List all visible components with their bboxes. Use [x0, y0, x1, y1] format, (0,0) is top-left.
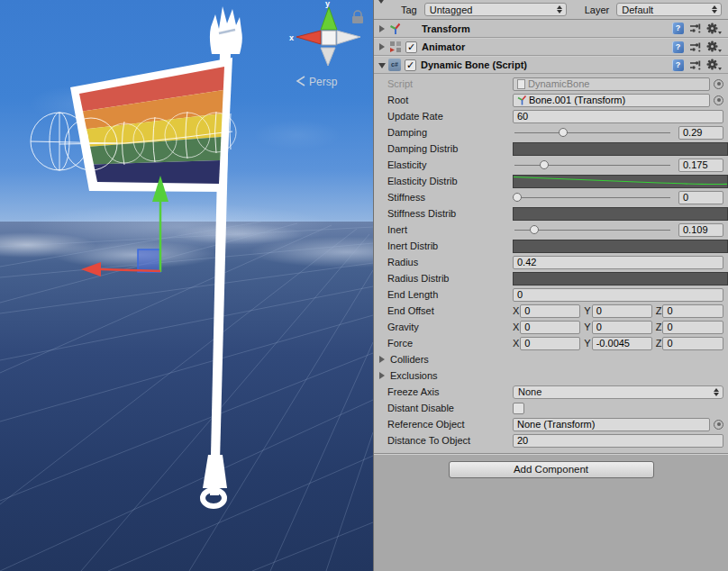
freeze-axis-dropdown[interactable]: None: [513, 385, 723, 399]
orientation-gizmo: y x Persp: [289, 0, 363, 88]
reference-object-field[interactable]: None (Transform): [513, 418, 710, 431]
z-axis-label: Z: [656, 322, 662, 332]
force-z-input[interactable]: 0: [662, 337, 723, 350]
animator-icon: [389, 41, 402, 53]
foldout-arrow-icon[interactable]: [379, 25, 385, 32]
component-title: Animator: [422, 41, 465, 52]
layer-value: Default: [622, 5, 653, 15]
inspector-footer-area: Add Component: [374, 454, 728, 571]
field-label: Force: [387, 338, 513, 349]
help-icon[interactable]: ?: [672, 59, 684, 71]
root-object-value: Bone.001 (Transform): [529, 95, 625, 105]
orientation-y-cone[interactable]: [321, 7, 337, 30]
inert-slider[interactable]: [513, 223, 672, 236]
transform-component-header[interactable]: Transform ?: [374, 20, 728, 38]
lock-icon[interactable]: [354, 11, 361, 16]
radius-distrib-curve-field[interactable]: [513, 272, 728, 286]
damping-distrib-curve-field[interactable]: [513, 142, 728, 156]
object-picker-icon[interactable]: [714, 95, 723, 105]
cropped-foldout-icon: [377, 0, 386, 4]
elasticity-distrib-curve-field[interactable]: [513, 175, 728, 188]
field-row-force: Force X 0 Y -0.0045 Z 0: [374, 335, 728, 351]
root-object-field[interactable]: Bone.001 (Transform): [513, 94, 710, 107]
scene-view[interactable]: y x Persp: [0, 0, 373, 571]
unity-editor-window: y x Persp Tag Untagged Layer Default: [0, 0, 728, 571]
freeze-axis-value: None: [518, 386, 541, 397]
component-title: Transform: [422, 23, 470, 34]
field-label: Root: [387, 95, 513, 105]
inspector-panel: Tag Untagged Layer Default Transform: [373, 0, 728, 571]
force-x-input[interactable]: 0: [520, 337, 580, 350]
layer-label: Layer: [585, 5, 610, 15]
persp-label[interactable]: Persp: [309, 76, 338, 88]
update-rate-input[interactable]: 60: [513, 110, 723, 123]
exclusions-foldout[interactable]: Exclusions: [374, 367, 728, 384]
y-axis-label: Y: [584, 322, 590, 332]
colliders-foldout[interactable]: Colliders: [374, 351, 728, 367]
persp-arrow-icon[interactable]: [297, 77, 305, 86]
layer-dropdown[interactable]: Default: [616, 3, 722, 16]
distance-to-object-input[interactable]: 20: [513, 434, 723, 448]
preset-icon[interactable]: [689, 59, 701, 71]
field-label: Damping Distrib: [387, 143, 513, 154]
gear-icon[interactable]: [706, 23, 721, 35]
field-label: Distance To Object: [387, 435, 513, 446]
move-gizmo-x-arrowhead[interactable]: [81, 262, 101, 276]
stiffness-distrib-curve-field[interactable]: [513, 207, 728, 221]
field-row-end-offset: End Offset X 0 Y 0 Z 0: [374, 303, 728, 319]
elasticity-value-input[interactable]: 0.175: [678, 159, 723, 172]
tag-value: Untagged: [430, 5, 473, 15]
stiffness-slider[interactable]: [513, 191, 672, 204]
animator-component-header[interactable]: Animator ?: [374, 38, 728, 56]
foldout-arrow-icon[interactable]: [378, 63, 386, 68]
dynamic-bone-enabled-checkbox[interactable]: [405, 59, 416, 71]
help-icon[interactable]: ?: [672, 23, 684, 34]
exclusions-label: Exclusions: [390, 370, 438, 381]
orientation-x-cone[interactable]: [296, 31, 321, 44]
gear-icon[interactable]: [706, 59, 721, 71]
field-row-inert-distrib: Inert Distrib: [374, 238, 728, 254]
preset-icon[interactable]: [689, 41, 701, 53]
scene-grid: [0, 222, 373, 571]
help-icon[interactable]: ?: [672, 41, 684, 53]
gear-icon[interactable]: [706, 41, 721, 53]
orientation-center-cube[interactable]: [322, 31, 336, 45]
field-label: Inert Distrib: [387, 240, 513, 251]
end-offset-x-input[interactable]: 0: [520, 304, 580, 318]
object-picker-icon[interactable]: [714, 420, 723, 430]
field-label: Elasticity Distrib: [387, 176, 513, 186]
lock-icon-body[interactable]: [352, 16, 363, 23]
dynamic-bone-component-header[interactable]: c# Dynamic Bone (Script) ?: [374, 56, 728, 74]
gravity-z-input[interactable]: 0: [662, 321, 723, 334]
tag-dropdown[interactable]: Untagged: [424, 3, 567, 16]
object-picker-icon[interactable]: [714, 79, 723, 89]
field-row-elasticity: Elasticity 0.175: [374, 157, 728, 173]
move-gizmo-xy-plane-handle[interactable]: [138, 249, 160, 272]
damping-slider[interactable]: [513, 126, 672, 139]
elasticity-slider[interactable]: [513, 159, 672, 171]
preset-icon[interactable]: [689, 23, 701, 34]
field-row-radius: Radius 0.42: [374, 254, 728, 270]
orientation-neg-x-cone[interactable]: [337, 31, 360, 44]
script-object-field[interactable]: DynamicBone: [513, 77, 710, 91]
damping-value-input[interactable]: 0.29: [678, 126, 723, 140]
end-offset-y-input[interactable]: 0: [592, 304, 652, 318]
inert-distrib-curve-field[interactable]: [513, 240, 728, 253]
foldout-arrow-icon[interactable]: [379, 43, 385, 50]
orientation-neg-y-cone[interactable]: [321, 48, 335, 66]
force-y-input[interactable]: -0.0045: [592, 337, 652, 350]
animator-enabled-checkbox[interactable]: [405, 41, 417, 53]
distant-disable-checkbox[interactable]: [513, 403, 524, 414]
stiffness-value-input[interactable]: 0: [678, 191, 723, 204]
field-label: Update Rate: [387, 111, 513, 122]
gravity-y-input[interactable]: 0: [592, 321, 652, 334]
gravity-x-input[interactable]: 0: [520, 321, 580, 334]
end-length-input[interactable]: 0: [513, 288, 723, 302]
rainbow-flag[interactable]: [70, 58, 232, 192]
end-offset-z-input[interactable]: 0: [662, 304, 723, 318]
inert-value-input[interactable]: 0.109: [678, 223, 723, 237]
add-component-button[interactable]: Add Component: [449, 461, 654, 478]
radius-input[interactable]: 0.42: [513, 256, 723, 269]
field-label: Radius: [387, 257, 513, 267]
colliders-label: Colliders: [390, 354, 429, 365]
